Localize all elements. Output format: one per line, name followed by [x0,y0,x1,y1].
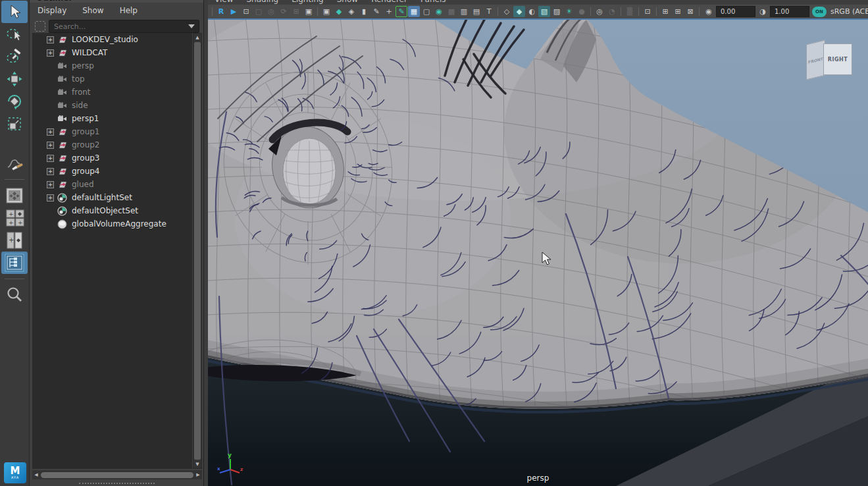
lock-camera-icon[interactable]: ◆ [333,6,345,17]
outliner-tree[interactable]: +LOOKDEV_studio+WILDCATpersptopfrontside… [32,33,192,469]
zoom-search-tool[interactable] [1,284,28,306]
outliner-menu-show[interactable]: Show [82,6,103,15]
snapshot-camera-icon[interactable]: ▣ [303,6,315,17]
viewport-menu-renderer[interactable]: Renderer [371,0,407,4]
outliner-item-persp[interactable]: persp [32,59,192,72]
render-snapshot-icon[interactable]: ⊡ [240,6,252,17]
safe-title-icon[interactable]: T [483,6,495,17]
paint-select-tool[interactable] [1,45,28,68]
duplicate-view-icon[interactable]: ⊞ [659,6,671,17]
wireframe-on-shaded-icon[interactable]: ◐ [526,6,538,17]
shadows-icon[interactable]: ● [576,6,588,17]
view-cube-right-face[interactable]: RIGHT [823,43,852,75]
horizontal-scroll-thumb[interactable] [41,472,193,478]
outliner-search-box[interactable] [49,20,199,33]
expand-icon[interactable]: + [47,194,54,202]
rotate-tool[interactable] [1,90,28,113]
use-default-material-icon[interactable]: ▨ [551,6,563,17]
color-management-toggle[interactable]: ON [812,7,827,17]
panel-resize-grip[interactable] [79,483,155,484]
view-cube[interactable]: FRONT RIGHT [804,34,850,79]
outliner-item-glued[interactable]: +glued [32,178,192,191]
outliner-item-side[interactable]: side [32,99,192,112]
pause-ipr-icon[interactable]: ▢ [253,6,265,17]
viewport-menu-panels[interactable]: Panels [421,0,446,4]
isolate-select-icon[interactable]: ⊡ [642,6,653,17]
contrast-field[interactable]: 1.00 [770,6,809,17]
gate-mask-icon[interactable]: ▩ [446,6,457,17]
shaded-icon[interactable]: ◆ [513,6,525,17]
exposure-icon[interactable]: ◉ [703,6,715,17]
grease-pencil-icon[interactable]: ✎ [370,6,382,17]
wireframe-icon[interactable]: ◇ [501,6,513,17]
scroll-down-icon[interactable]: ▼ [193,460,201,468]
vertical-scroll-thumb[interactable] [194,42,201,460]
select-camera-icon[interactable]: ▣ [320,6,332,17]
layout-two-pane[interactable]: + [1,229,28,252]
expand-icon[interactable]: + [47,36,54,43]
expand-icon[interactable]: + [47,49,54,57]
scale-tool[interactable] [1,113,28,135]
pan-zoom-icon[interactable]: + [383,6,395,17]
viewport-menu-lighting[interactable]: Lighting [292,0,324,4]
field-chart-icon[interactable]: ▥ [458,6,470,17]
outliner-item-globalVolumeAggregate[interactable]: globalVolumeAggregate [32,217,192,230]
anti-aliasing-icon[interactable]: ▒ [624,6,636,17]
viewport-menu-view[interactable]: View [215,0,233,4]
viewport-menu-shading[interactable]: Shading [246,0,278,4]
expand-icon[interactable]: + [47,168,54,175]
expand-icon[interactable]: + [47,155,54,162]
sculpt-brush-tool[interactable] [1,152,28,175]
safe-action-icon[interactable]: ▤ [471,6,482,17]
view-cube-front-face[interactable]: FRONT [806,40,825,80]
refresh-render-icon[interactable]: ⟳ [278,6,290,17]
outliner-item-defaultObjectSet[interactable]: defaultObjectSet [32,204,192,217]
outliner-menu-display[interactable]: Display [38,6,66,15]
select-tool[interactable] [1,1,28,23]
image-plane-icon[interactable]: ⊠ [684,6,696,17]
motion-blur-icon[interactable]: ◔ [606,6,618,17]
expand-icon[interactable]: + [47,181,54,188]
scroll-up-icon[interactable]: ▲ [193,34,201,41]
filter-brackets-icon[interactable] [35,21,45,32]
move-tool[interactable] [1,68,28,90]
grid-icon[interactable]: ▦ [408,6,420,17]
outliner-item-group3[interactable]: +group3 [32,151,192,165]
stop-ipr-icon[interactable]: ◎ [265,6,277,17]
outliner-menu-help[interactable]: Help [120,6,138,15]
outliner-item-group1[interactable]: +group1 [32,125,192,138]
viewport-menu-show[interactable]: Show [337,0,358,4]
outliner-item-defaultLightSet[interactable]: +defaultLightSet [32,191,192,204]
copy-view-icon[interactable]: ⊞ [672,6,684,17]
exposure-field[interactable]: 0.00 [716,6,755,17]
ambient-occlusion-icon[interactable]: ◎ [594,6,605,17]
annotate-pencil-icon[interactable]: ✎ [396,6,407,17]
outliner-horizontal-scrollbar[interactable]: ◀ ▶ [32,470,202,479]
outliner-vertical-scrollbar[interactable]: ▲ ▼ [193,33,202,469]
render-view-icon[interactable]: R [215,6,227,17]
lasso-select-tool[interactable] [1,23,28,45]
outliner-item-group2[interactable]: +group2 [32,138,192,151]
outliner-item-WILDCAT[interactable]: +WILDCAT [32,46,192,59]
layout-outliner-persp[interactable] [1,252,28,274]
expand-icon[interactable]: + [47,142,54,149]
outliner-item-persp1[interactable]: persp1 [32,112,192,125]
camera-attributes-icon[interactable]: ◈ [345,6,357,17]
film-gate-icon[interactable]: ▢ [421,6,432,17]
scroll-left-icon[interactable]: ◀ [32,472,40,477]
viewport-canvas[interactable]: FRONT RIGHT y x z persp [208,20,868,486]
outliner-item-group4[interactable]: +group4 [32,165,192,178]
perspective-viewport[interactable]: ViewShadingLightingShowRendererPanels R▶… [208,0,868,486]
outliner-item-top[interactable]: top [32,72,192,86]
resolution-gate-icon[interactable]: ◉ [433,6,445,17]
layout-four-pane[interactable]: +++ [1,207,28,229]
expand-icon[interactable]: + [47,128,54,136]
render-region-icon[interactable]: ⊞ [290,6,302,17]
lighting-icon[interactable]: ☀ [563,6,575,17]
scroll-right-icon[interactable]: ▶ [194,472,202,477]
textured-icon[interactable]: ▧ [538,6,550,17]
outliner-item-front[interactable]: front [32,86,192,99]
search-dropdown-icon[interactable] [188,24,195,28]
layout-single-pane[interactable] [1,184,28,207]
outliner-item-LOOKDEV_studio[interactable]: +LOOKDEV_studio [32,33,192,46]
